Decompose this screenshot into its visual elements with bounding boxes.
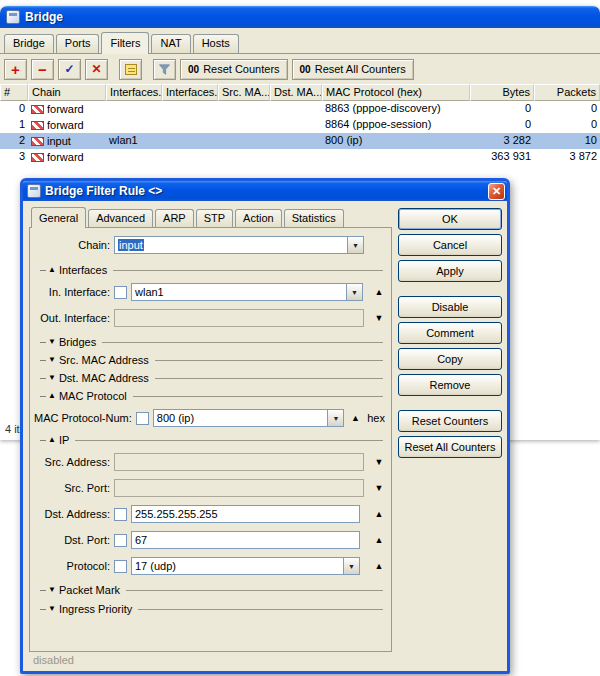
cell-src-mac [218, 149, 270, 165]
cell-packets: 10 [534, 133, 600, 149]
section-bridges[interactable]: ▼ Bridges [40, 335, 383, 349]
mac-protocol-num-dropdown-button[interactable]: ▼ [328, 409, 344, 427]
dst-address-hide-toggle[interactable]: ▲ [373, 509, 385, 519]
cell-number: 0 [0, 101, 28, 117]
table-row-selected[interactable]: 2 input wlan1 800 (ip) 3 282 10 [0, 133, 600, 149]
section-packet-mark[interactable]: ▼ Packet Mark [40, 583, 383, 597]
ok-button[interactable]: OK [398, 208, 502, 230]
cell-mac-protocol: 800 (ip) [322, 133, 470, 149]
chain-input[interactable]: input [114, 236, 348, 254]
disable-button[interactable]: Disable [398, 296, 502, 318]
section-interfaces[interactable]: ▲ Interfaces [40, 263, 383, 277]
reset-all-counters-button[interactable]: Reset All Counters [398, 436, 502, 458]
expand-down-icon: ▼ [48, 356, 56, 364]
tab-hosts[interactable]: Hosts [193, 34, 239, 53]
in-interface-checkbox[interactable] [114, 286, 127, 299]
chain-dropdown-button[interactable]: ▼ [348, 236, 364, 254]
in-interface-input[interactable]: wlan1 [131, 283, 347, 301]
dst-port-input[interactable]: 67 [131, 531, 360, 549]
column-header-src-mac[interactable]: Src. MA... [218, 84, 270, 101]
src-address-show-toggle[interactable]: ▼ [373, 457, 385, 467]
section-ip[interactable]: ▲ IP [40, 433, 383, 447]
dialog-button-column: OK Cancel Apply Disable Comment Copy Rem… [398, 208, 502, 458]
dialog-title: Bridge Filter Rule <> [45, 184, 484, 198]
cell-packets: 0 [534, 101, 600, 117]
table-row[interactable]: 1 forward 8864 (pppoe-session) 0 0 [0, 117, 600, 133]
section-dash [40, 590, 46, 591]
copy-button[interactable]: Copy [398, 348, 502, 370]
mac-protocol-num-input[interactable]: 800 (ip) [153, 409, 329, 427]
close-button[interactable]: ✕ [488, 183, 505, 200]
remove-button[interactable]: − [31, 59, 54, 80]
cell-in-interface: wlan1 [106, 133, 162, 149]
dst-port-hide-toggle[interactable]: ▲ [373, 535, 385, 545]
tab-stp[interactable]: STP [196, 209, 233, 227]
protocol-checkbox[interactable] [114, 560, 127, 573]
column-header-out-interface[interactable]: Interfaces... [162, 84, 218, 101]
filter-button[interactable] [153, 59, 176, 80]
tab-advanced[interactable]: Advanced [88, 209, 153, 227]
reset-counters-toolbar-button[interactable]: 00 Reset Counters [180, 59, 288, 80]
tab-nat[interactable]: NAT [151, 34, 190, 53]
src-port-show-toggle[interactable]: ▼ [373, 483, 385, 493]
disable-button-toolbar[interactable]: ✕ [85, 59, 108, 80]
cell-dst-mac [270, 101, 322, 117]
out-interface-show-toggle[interactable]: ▼ [373, 313, 385, 323]
protocol-dropdown-button[interactable]: ▼ [344, 557, 360, 575]
expand-down-icon: ▼ [48, 338, 56, 346]
tab-filters[interactable]: Filters [101, 32, 149, 54]
bridge-filter-rule-dialog: Bridge Filter Rule <> ✕ General Advanced… [20, 178, 510, 674]
column-header-bytes[interactable]: Bytes [470, 84, 534, 101]
cell-number: 2 [0, 133, 28, 149]
column-header-mac-protocol[interactable]: MAC Protocol (hex) [322, 84, 470, 101]
column-header-dst-mac[interactable]: Dst. MA... [270, 84, 322, 101]
cell-mac-protocol: 8864 (pppoe-session) [322, 117, 470, 133]
comment-button-toolbar[interactable] [119, 59, 142, 80]
section-dst-mac-address[interactable]: ▼ Dst. MAC Address [40, 371, 383, 385]
section-ingress-priority[interactable]: ▼ Ingress Priority [40, 602, 383, 616]
column-header-in-interface[interactable]: Interfaces... [106, 84, 162, 101]
column-header-packets[interactable]: Packets [534, 84, 600, 101]
mac-protocol-num-hide-toggle[interactable]: ▲ [349, 413, 361, 423]
counters-icon: 00 [300, 64, 311, 75]
cell-out-interface [162, 117, 218, 133]
apply-button[interactable]: Apply [398, 260, 502, 282]
tab-general[interactable]: General [31, 207, 86, 228]
protocol-input[interactable]: 17 (udp) [131, 557, 344, 575]
expand-down-icon: ▼ [48, 374, 56, 382]
bridge-window-titlebar[interactable]: Bridge [0, 6, 600, 28]
enable-button[interactable]: ✓ [58, 59, 81, 80]
tab-ports[interactable]: Ports [56, 34, 100, 53]
dialog-titlebar[interactable]: Bridge Filter Rule <> ✕ [23, 181, 507, 201]
tab-bridge[interactable]: Bridge [4, 34, 54, 53]
bridge-window-icon [6, 10, 20, 24]
cancel-button[interactable]: Cancel [398, 234, 502, 256]
column-header-chain[interactable]: Chain [28, 84, 106, 101]
mac-protocol-num-checkbox[interactable] [136, 412, 149, 425]
reset-all-counters-toolbar-button[interactable]: 00 Reset All Counters [292, 59, 414, 80]
table-row[interactable]: 3 forward 363 931 3 872 [0, 149, 600, 165]
in-interface-dropdown-button[interactable]: ▼ [347, 283, 363, 301]
dst-address-checkbox[interactable] [114, 508, 127, 521]
protocol-hide-toggle[interactable]: ▲ [373, 561, 385, 571]
comment-button[interactable]: Comment [398, 322, 502, 344]
reset-counters-button[interactable]: Reset Counters [398, 410, 502, 432]
tab-arp[interactable]: ARP [155, 209, 194, 227]
dst-port-checkbox[interactable] [114, 534, 127, 547]
section-line [155, 360, 383, 361]
add-button[interactable]: + [4, 59, 27, 80]
remove-button[interactable]: Remove [398, 374, 502, 396]
dialog-icon [27, 184, 41, 198]
filter-rule-icon [31, 105, 44, 114]
in-interface-hide-toggle[interactable]: ▲ [373, 287, 385, 297]
section-src-mac-address[interactable]: ▼ Src. MAC Address [40, 353, 383, 367]
tab-action[interactable]: Action [235, 209, 282, 227]
mac-protocol-num-label: MAC Protocol-Num: [34, 412, 132, 424]
column-header-number[interactable]: # [0, 84, 28, 101]
cell-dst-mac [270, 117, 322, 133]
section-mac-protocol[interactable]: ▲ MAC Protocol [40, 389, 383, 403]
dst-address-input[interactable]: 255.255.255.255 [131, 505, 360, 523]
in-interface-field-row: In. Interface: wlan1 ▼ ▲ [34, 283, 385, 301]
tab-statistics[interactable]: Statistics [284, 209, 344, 227]
table-row[interactable]: 0 forward 8863 (pppoe-discovery) 0 0 [0, 101, 600, 117]
